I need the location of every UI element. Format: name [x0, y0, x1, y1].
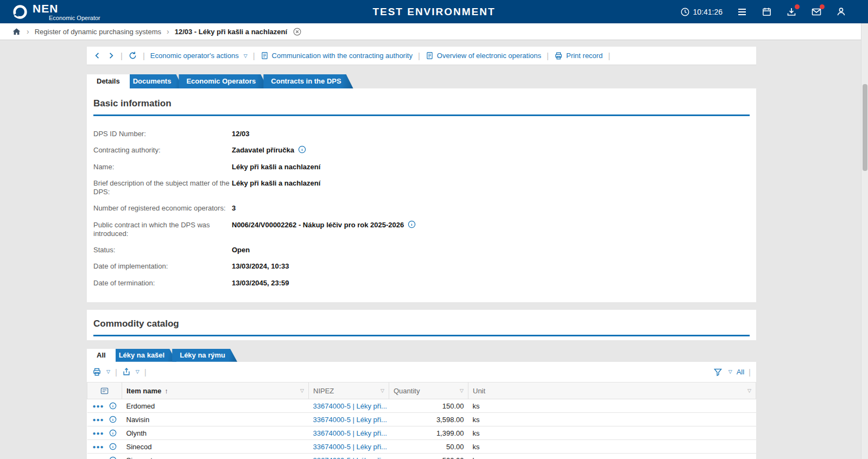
- column-header-nipez[interactable]: NIPEZ ▽: [309, 382, 389, 399]
- field-row: Status: Open: [93, 242, 750, 258]
- printer-icon: [92, 367, 102, 377]
- sort-asc-icon: ↑: [164, 387, 168, 395]
- section-title: Commodity catalog: [93, 316, 750, 335]
- nipez-link[interactable]: 33674000-5 | Léky při...: [313, 416, 387, 424]
- section-divider: [93, 335, 750, 336]
- row-info-icon[interactable]: [109, 443, 117, 450]
- forward-button[interactable]: [107, 52, 115, 60]
- tab-catalog-leky-na-rymu[interactable]: Léky na rýmu: [172, 349, 237, 362]
- breadcrumb-item-register[interactable]: Register of dynamic purchasing systems: [35, 28, 161, 36]
- electronic-operations-link[interactable]: Overview of electronic operations: [426, 52, 541, 60]
- top-bar: NEN Economic Operator TEST ENVIRONMENT 1…: [0, 0, 868, 23]
- tab-documents[interactable]: Documents: [125, 74, 183, 88]
- tab-catalog-leky-na-kasel[interactable]: Léky na kašel: [111, 349, 177, 362]
- field-row: Number of registered economic operators:…: [93, 200, 750, 216]
- cell-quantity: 1,399.00: [389, 426, 468, 440]
- clock-widget: 10:41:26: [680, 7, 723, 17]
- export-icon: [122, 367, 131, 376]
- nipez-link[interactable]: 33674000-5 | Léky při...: [313, 443, 387, 451]
- cell-item-name: Erdomed: [122, 399, 309, 413]
- field-row: Brief description of the subject matter …: [93, 175, 750, 201]
- field-value: 13/03/2024, 10:33: [232, 262, 289, 271]
- section-title: Basic information: [93, 96, 750, 114]
- column-filter-icon[interactable]: ▽: [747, 388, 751, 393]
- document-icon: [261, 52, 269, 60]
- field-label: DPS ID Number:: [93, 130, 232, 138]
- info-icon[interactable]: [298, 145, 306, 154]
- field-row: Public contract in which the DPS was int…: [93, 217, 750, 243]
- messages-badge: [820, 4, 825, 9]
- field-label: Brief description of the subject matter …: [93, 179, 232, 197]
- column-header-quantity[interactable]: Quantity ▽: [389, 382, 468, 399]
- page-scrollbar[interactable]: [861, 23, 868, 459]
- field-value: Zadavatel příručka: [232, 146, 306, 155]
- section-divider: [93, 114, 750, 116]
- filter-icon[interactable]: [713, 367, 723, 377]
- field-label: Public contract in which the DPS was int…: [93, 221, 232, 239]
- tab-contracts-in-dps[interactable]: Contracts in the DPS: [263, 74, 353, 88]
- menu-button[interactable]: [737, 7, 747, 17]
- home-icon[interactable]: [12, 27, 21, 36]
- record-toolbar: | | Economic operator's actions▽ | Commu…: [87, 47, 756, 65]
- hamburger-icon: [737, 7, 747, 17]
- catalog-table: Item name ↑ ▽ NIPEZ ▽ Quantity ▽: [87, 382, 756, 459]
- close-record-icon[interactable]: [293, 27, 302, 36]
- field-row: DPS ID Number: 12/03: [93, 126, 750, 142]
- operator-actions-dropdown[interactable]: Economic operator's actions▽: [150, 52, 248, 60]
- table-row[interactable]: ●●● Sinecod 33674000-5 | Léky při... 50.…: [87, 440, 756, 454]
- row-menu-icon[interactable]: ●●●: [92, 403, 104, 409]
- refresh-button[interactable]: [128, 51, 137, 60]
- chevron-down-icon[interactable]: ▽: [728, 369, 732, 374]
- tab-catalog-all[interactable]: All: [87, 349, 116, 362]
- column-header-unit[interactable]: Unit ▽: [468, 382, 756, 399]
- column-filter-icon[interactable]: ▽: [460, 388, 464, 393]
- chevron-down-icon: ▽: [244, 53, 248, 59]
- row-info-icon[interactable]: [109, 429, 117, 437]
- basic-information-section: Basic information DPS ID Number: 12/03 C…: [87, 88, 756, 302]
- nipez-link[interactable]: 33674000-5 | Léky při...: [313, 429, 387, 437]
- profile-button[interactable]: [836, 7, 846, 17]
- calendar-button[interactable]: [762, 7, 772, 17]
- back-button[interactable]: [93, 52, 102, 60]
- row-info-icon[interactable]: [109, 456, 117, 459]
- catalog-table-card: ▽ | ▽ | ▽ All |: [87, 362, 756, 459]
- column-filter-icon[interactable]: ▽: [381, 388, 384, 393]
- breadcrumb-separator: ›: [167, 27, 169, 36]
- column-header-item-name[interactable]: Item name ↑ ▽: [122, 382, 309, 399]
- table-row[interactable]: ●●● Olynth 33674000-5 | Léky při... 1,39…: [87, 426, 756, 440]
- row-menu-icon[interactable]: ●●●: [92, 444, 104, 450]
- column-settings-header[interactable]: [87, 382, 122, 399]
- field-value: Léky při kašli a nachlazení: [232, 163, 320, 171]
- field-row: Date of implementation: 13/03/2024, 10:3…: [93, 258, 750, 275]
- print-record-link[interactable]: Print record: [554, 52, 603, 60]
- nipez-link[interactable]: 33674000-5 | Léky při...: [313, 402, 387, 410]
- field-value: Open: [232, 246, 250, 254]
- cell-unit: ks: [468, 454, 756, 459]
- table-row[interactable]: ●●● Sinupret 33674000-5 | Léky při... 50…: [87, 454, 756, 459]
- user-icon: [836, 7, 846, 17]
- table-export-button[interactable]: ▽: [122, 367, 140, 376]
- communication-link[interactable]: Communication with the contracting autho…: [261, 52, 413, 60]
- downloads-button[interactable]: [786, 7, 797, 17]
- table-print-button[interactable]: ▽: [92, 367, 110, 377]
- tab-details[interactable]: Details: [87, 74, 130, 88]
- row-info-icon[interactable]: [109, 402, 117, 410]
- printer-icon: [554, 52, 563, 60]
- field-row: Name: Léky při kašli a nachlazení: [93, 159, 750, 175]
- column-filter-icon[interactable]: ▽: [300, 388, 304, 393]
- filter-all-link[interactable]: All: [737, 368, 744, 376]
- nipez-link[interactable]: 33674000-5 | Léky při...: [313, 456, 387, 459]
- info-icon[interactable]: [408, 220, 416, 228]
- field-label: Date of termination:: [93, 279, 232, 288]
- row-menu-icon[interactable]: ●●●: [92, 417, 104, 423]
- row-info-icon[interactable]: [109, 416, 117, 423]
- field-label: Status:: [93, 246, 232, 254]
- table-row[interactable]: ●●● Navisin 33674000-5 | Léky při... 3,5…: [87, 413, 756, 426]
- brand[interactable]: NEN Economic Operator: [0, 3, 163, 21]
- row-menu-icon[interactable]: ●●●: [92, 430, 104, 436]
- table-row[interactable]: ●●● Erdomed 33674000-5 | Léky při... 150…: [87, 399, 756, 413]
- field-row: Contracting authority: Zadavatel příručk…: [93, 142, 750, 158]
- tab-economic-operators[interactable]: Economic Operators: [179, 74, 268, 88]
- scrollbar-thumb[interactable]: [863, 84, 867, 171]
- messages-button[interactable]: [811, 7, 822, 17]
